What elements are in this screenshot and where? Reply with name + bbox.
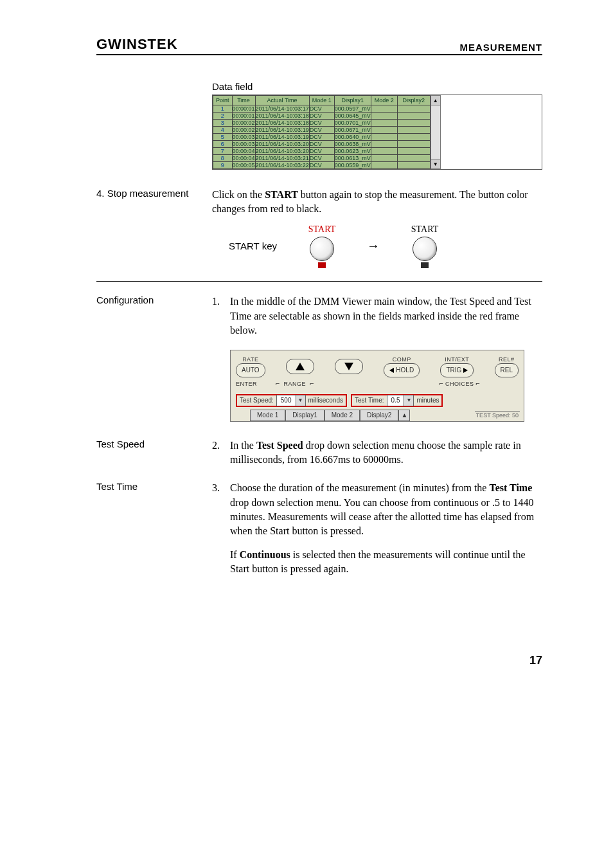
intext-label: INT/EXT [440,356,474,364]
time-heading: Test Time [96,481,212,576]
led-dark-icon [421,262,429,268]
step-number: 3. [212,481,230,539]
test-speed-label: Test Speed: [240,396,274,405]
time-body: Choose the duration of the measurement (… [230,481,542,539]
hold-button[interactable]: HOLD [384,363,420,377]
config-body: In the middle of the DMM Viewer main win… [230,294,542,338]
test-speed-unit: milliseconds [308,396,343,405]
test-speed-dropdown[interactable]: 500▼ [276,395,306,406]
chevron-down-icon: ▼ [296,395,305,406]
time-body-2: If Continuous is selected then the measu… [230,548,542,577]
range-label: RANGE [284,380,306,388]
comp-label: COMP [384,356,420,364]
table-row: 500:00:032011/06/14-10:03:19DCV000.0640_… [213,134,431,141]
table-row: 600:00:032011/06/14-10:03:20DCV000.0638_… [213,141,431,148]
table-row: 800:00:042011/06/14-10:03:21DCV000.0613_… [213,155,431,162]
rel-button[interactable]: REL [495,363,519,377]
scroll-up-small-icon[interactable]: ▲ [398,410,410,421]
triangle-right-icon [463,368,468,373]
choices-label: CHOICES [445,380,474,388]
rate-label: RATE [236,356,265,364]
test-speed-group: Test Speed: 500▼ milliseconds [236,394,347,407]
display2-col[interactable]: Display2 [360,410,398,421]
relhash-label: REL# [495,356,519,364]
led-red-icon [318,262,326,268]
divider [96,281,542,282]
data-field-label: Data field [212,81,542,92]
bracket-icon: ⌐ [440,379,445,388]
auto-button[interactable]: AUTO [236,363,265,377]
section-title: MEASUREMENT [459,42,542,53]
step-number: 2. [212,439,230,467]
chevron-down-icon: ▼ [404,395,413,406]
page-number: 17 [96,654,542,667]
triangle-left-icon [389,368,394,373]
test-time-dropdown[interactable]: 0.5▼ [387,395,414,406]
range-up-button[interactable] [286,359,314,374]
footer-status: TEST Speed: 50 [475,411,520,420]
speed-body: In the Test Speed drop down selection me… [230,439,542,467]
table-row: 100:00:012011/06/14-10:03:17DCV000.0597_… [213,105,431,113]
start-key-label: START key [229,239,277,253]
triangle-up-icon [296,363,305,370]
table-row: 900:00:052011/06/14-10:03:22DCV000.0559_… [213,162,431,169]
step-number: 1. [212,294,230,338]
range-down-button[interactable] [335,359,363,374]
bracket-icon: ⌐ [276,379,284,388]
test-time-group: Test Time: 0.5▼ minutes [351,394,443,407]
start-button-idle[interactable]: START [403,223,447,269]
triangle-down-icon [344,363,353,370]
brand-logo: GWINSTEK [96,36,178,53]
test-time-unit: minutes [416,396,439,405]
mode2-col[interactable]: Mode 2 [324,410,360,421]
stop-body: Click on the START button again to stop … [212,189,528,214]
dmm-panel: RATE AUTO COMP HOLD INT/EXT TRIG [230,350,524,422]
test-time-label: Test Time: [355,396,384,405]
speed-heading: Test Speed [96,439,212,467]
scroll-up-icon[interactable]: ▲ [431,95,441,105]
mode1-col[interactable]: Mode 1 [250,410,285,421]
bracket-icon: ⌐ [474,379,480,388]
arrow-right-icon: → [367,237,380,255]
table-row: 200:00:012011/06/14-10:03:18DCV000.0645_… [213,113,431,120]
config-heading: Configuration [96,294,212,421]
header-rule [96,54,542,55]
bracket-icon: ⌐ [306,379,314,388]
data-field-table: PointTimeActual TimeMode 1Display1Mode 2… [212,95,542,170]
table-row: 300:00:022011/06/14-10:03:18DCV000.0701_… [213,120,431,127]
enter-label: ENTER [236,380,264,388]
scroll-down-icon[interactable]: ▼ [431,159,441,169]
table-row: 700:00:042011/06/14-10:03:20DCV000.0623_… [213,148,431,155]
display1-col[interactable]: Display1 [285,410,324,421]
table-row: 400:00:022011/06/14-10:03:19DCV000.0671_… [213,127,431,134]
stop-heading: 4. Stop measurement [96,188,212,268]
trig-button[interactable]: TRIG [440,363,474,377]
start-button-active[interactable]: START [300,223,344,269]
